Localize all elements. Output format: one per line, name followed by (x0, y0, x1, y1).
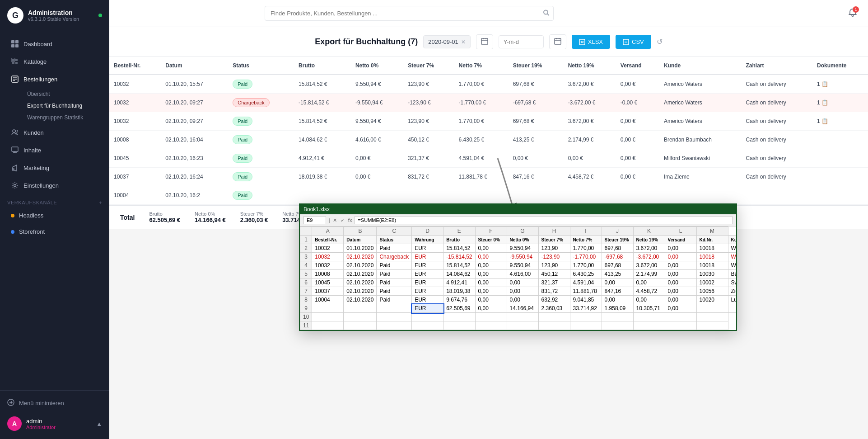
ss-data-cell[interactable]: 0,00 (633, 279, 665, 287)
ss-data-cell[interactable]: 02.10.2020 (344, 261, 377, 270)
sidebar-item-einstellungen[interactable]: Einstellungen (4, 177, 106, 194)
ss-data-cell[interactable]: 632,92 (538, 296, 570, 304)
ss-data-cell[interactable]: 0,00 (475, 287, 507, 296)
ss-data-cell[interactable]: 847,16 (602, 287, 633, 296)
ss-data-cell[interactable]: Wat (728, 253, 736, 261)
ss-data-cell[interactable]: 0,00 (665, 279, 696, 287)
ss-empty-cell[interactable] (633, 313, 665, 321)
ss-data-cell[interactable]: 18.019,38 (443, 287, 475, 296)
ss-data-cell[interactable]: 9.550,94 (507, 261, 538, 270)
ss-empty-cell[interactable] (665, 313, 696, 321)
ss-data-cell[interactable]: 0,00 (665, 287, 696, 296)
ss-empty-cell[interactable] (312, 321, 344, 330)
ss-data-cell[interactable]: 450,12 (538, 270, 570, 279)
ss-data-cell[interactable]: 0,00 (475, 253, 507, 261)
sidebar-item-kunden[interactable]: Kunden (4, 124, 106, 141)
ss-data-cell[interactable]: 10002 (696, 279, 728, 287)
notification-button[interactable]: 1 (848, 8, 857, 19)
ss-data-cell[interactable]: 10030 (696, 270, 728, 279)
ss-data-cell[interactable]: Paid (377, 296, 412, 304)
ss-data-cell[interactable]: EUR (412, 270, 443, 279)
sidebar-item-bestellungen[interactable]: Bestellungen (4, 71, 106, 88)
ss-data-cell[interactable]: 10032 (312, 253, 344, 261)
ss-empty-cell[interactable] (412, 313, 443, 321)
ss-sum-cell[interactable]: EUR (412, 304, 443, 313)
ss-empty-cell[interactable] (312, 313, 344, 321)
ss-data-cell[interactable]: Chargeback (377, 253, 412, 261)
ss-data-cell[interactable]: 0,00 (665, 253, 696, 261)
ss-data-cell[interactable]: 3.672,00 (633, 244, 665, 253)
ss-data-cell[interactable]: 123,90 (538, 244, 570, 253)
ss-data-cell[interactable]: 11.881,78 (570, 287, 602, 296)
ss-data-cell[interactable]: EUR (412, 261, 443, 270)
ss-data-cell[interactable]: 1.770,00 (570, 261, 602, 270)
channel-headless[interactable]: Headless (4, 208, 106, 223)
ss-data-cell[interactable]: 0,00 (633, 296, 665, 304)
ss-data-cell[interactable]: -1.770,00 (570, 253, 602, 261)
ss-sum-cell[interactable] (312, 304, 344, 313)
ss-data-cell[interactable]: 4.458,72 (633, 287, 665, 296)
ss-data-cell[interactable]: Paid (377, 244, 412, 253)
ss-data-cell[interactable]: 2.174,99 (633, 270, 665, 279)
ss-data-cell[interactable]: EUR (412, 279, 443, 287)
ss-data-cell[interactable]: 1.770,00 (570, 244, 602, 253)
ss-data-cell[interactable]: 0,00 (665, 296, 696, 304)
ss-data-cell[interactable]: Paid (377, 270, 412, 279)
ss-empty-cell[interactable] (602, 321, 633, 330)
ss-data-cell[interactable]: 6.430,25 (570, 270, 602, 279)
ss-data-cell[interactable]: 15.814,52 (443, 261, 475, 270)
ss-data-cell[interactable]: 697,68 (602, 261, 633, 270)
ss-empty-cell[interactable] (377, 321, 412, 330)
ss-data-cell[interactable]: 10045 (312, 279, 344, 287)
ss-data-cell[interactable]: 02.10.2020 (344, 296, 377, 304)
ss-sum-cell[interactable]: 62.505,69 (443, 304, 475, 313)
ss-empty-cell[interactable] (344, 321, 377, 330)
ss-data-cell[interactable]: Lubc (728, 296, 736, 304)
add-channel-icon[interactable]: + (99, 200, 102, 205)
ss-data-cell[interactable]: -123,90 (538, 253, 570, 261)
ss-data-cell[interactable]: Swa (728, 279, 736, 287)
ss-data-cell[interactable]: 0,00 (665, 244, 696, 253)
ss-sum-cell[interactable]: 33.714,92 (570, 304, 602, 313)
ss-data-cell[interactable]: -15.814,52 (443, 253, 475, 261)
ss-data-cell[interactable]: EUR (412, 296, 443, 304)
ss-empty-cell[interactable] (538, 313, 570, 321)
ss-data-cell[interactable]: -3.672,00 (633, 253, 665, 261)
xlsx-export-button[interactable]: XLSX (572, 35, 610, 49)
ss-data-cell[interactable]: 4.912,41 (443, 279, 475, 287)
ss-data-cell[interactable]: 10056 (696, 287, 728, 296)
ss-sum-cell[interactable]: 10.305,71 (633, 304, 665, 313)
confirm-formula-icon[interactable]: ✓ (341, 217, 345, 223)
ss-data-cell[interactable]: 0,00 (602, 296, 633, 304)
ss-data-cell[interactable]: -697,68 (602, 253, 633, 261)
ss-data-cell[interactable]: EUR (412, 253, 443, 261)
ss-empty-cell[interactable] (696, 321, 728, 330)
ss-data-cell[interactable]: 02.10.2020 (344, 279, 377, 287)
ss-sum-cell[interactable] (344, 304, 377, 313)
csv-export-button[interactable]: CSV (616, 35, 651, 49)
ss-sum-cell[interactable]: 1.958,09 (602, 304, 633, 313)
ss-data-cell[interactable]: 02.10.2020 (344, 270, 377, 279)
ss-data-cell[interactable]: 10032 (312, 261, 344, 270)
ss-data-cell[interactable]: 10018 (696, 261, 728, 270)
subnav-export[interactable]: Export für Buchhaltung (20, 100, 109, 112)
ss-data-cell[interactable]: 02.10.2020 (344, 287, 377, 296)
ss-sum-cell[interactable]: 0,00 (665, 304, 696, 313)
ss-sum-cell[interactable] (728, 304, 736, 313)
ss-data-cell[interactable]: 321,37 (538, 279, 570, 287)
ss-sum-cell[interactable]: 14.166,94 (507, 304, 538, 313)
ss-data-cell[interactable]: 0,00 (507, 287, 538, 296)
ss-sum-cell[interactable] (696, 304, 728, 313)
ss-data-cell[interactable]: 0,00 (475, 261, 507, 270)
calendar-button-2[interactable] (549, 34, 566, 49)
ss-data-cell[interactable]: 0,00 (475, 279, 507, 287)
ss-empty-cell[interactable] (538, 321, 570, 330)
cell-reference[interactable]: E9 (303, 216, 326, 224)
ss-sum-cell[interactable] (377, 304, 412, 313)
ss-empty-cell[interactable] (377, 313, 412, 321)
ss-data-cell[interactable]: 0,00 (475, 270, 507, 279)
ss-empty-cell[interactable] (602, 313, 633, 321)
ss-data-cell[interactable]: 0,00 (665, 270, 696, 279)
ss-empty-cell[interactable] (475, 321, 507, 330)
date-end-input[interactable] (499, 35, 544, 48)
